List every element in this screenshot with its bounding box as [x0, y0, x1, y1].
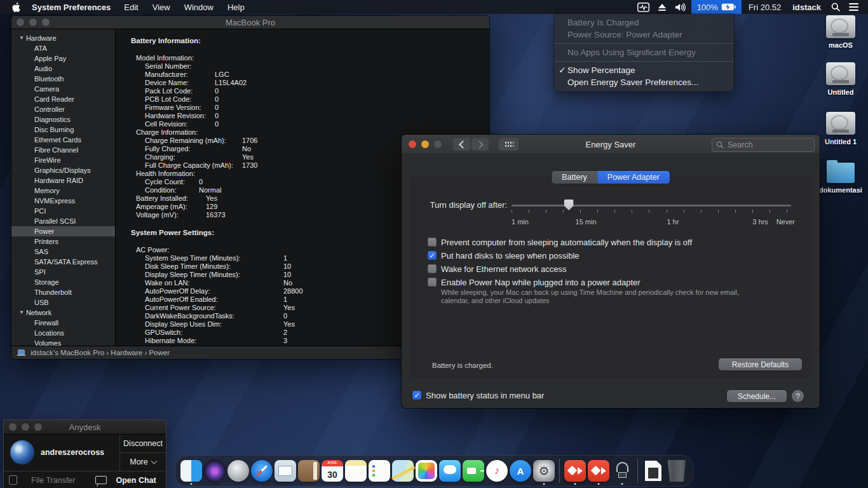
app-menu-title[interactable]: System Preferences — [25, 3, 117, 12]
menu-item[interactable]: Window — [177, 3, 220, 12]
menu-item[interactable]: Edit — [117, 3, 145, 12]
sidebar-item[interactable]: Bluetooth — [11, 74, 115, 84]
sidebar-item[interactable]: Audio — [11, 64, 115, 74]
sidebar-item[interactable]: Power — [11, 226, 115, 236]
app-icon[interactable] — [439, 460, 461, 482]
display-off-slider[interactable] — [512, 197, 791, 219]
checkbox[interactable] — [428, 238, 437, 247]
dock-icon-contacts[interactable] — [298, 460, 320, 482]
dock-icon-document[interactable] — [642, 460, 664, 482]
dock-icon-reminders[interactable] — [369, 460, 390, 482]
app-icon[interactable] — [204, 460, 226, 482]
menu-item[interactable]: Help — [220, 3, 252, 12]
sysinfo-titlebar[interactable]: MacBook Pro — [11, 16, 489, 29]
sidebar-item[interactable]: USB — [11, 297, 115, 308]
dock-icon-appstore[interactable]: A — [510, 460, 531, 482]
file-transfer-button[interactable]: File Transfer — [31, 476, 75, 485]
dock-icon-messages[interactable] — [439, 460, 461, 482]
slider-thumb[interactable] — [564, 200, 574, 210]
app-icon[interactable] — [298, 460, 320, 482]
app-icon[interactable] — [180, 460, 202, 482]
disconnect-button[interactable]: Disconnect — [120, 435, 166, 452]
dock-icon-notes[interactable] — [345, 460, 367, 482]
menu-bar-clock[interactable]: Fri 20.52 — [743, 3, 787, 12]
sidebar-item[interactable]: Diagnostics — [11, 114, 115, 125]
dock-icon-trash[interactable] — [666, 460, 688, 482]
dock-icon-anydesk-2[interactable] — [588, 460, 609, 482]
more-button[interactable]: More — [120, 452, 166, 471]
app-icon[interactable] — [416, 460, 437, 482]
app-icon[interactable] — [645, 461, 661, 481]
sidebar-item[interactable]: Storage — [11, 277, 115, 287]
sidebar-item[interactable]: SATA/SATA Express — [11, 257, 115, 267]
desktop-icon-macos[interactable]: macOS — [816, 15, 865, 49]
app-icon[interactable] — [564, 460, 586, 482]
sidebar-item[interactable]: NVMExpress — [11, 196, 115, 206]
dock-icon-finder[interactable] — [180, 460, 202, 482]
show-percentage-menu-item[interactable]: ✓ Show Percentage — [554, 64, 734, 76]
eject-menu-icon[interactable] — [654, 0, 670, 14]
restore-defaults-button[interactable]: Restore Defaults — [719, 358, 802, 370]
disclosure-triangle-icon[interactable]: ▼ — [19, 308, 24, 318]
dock-icon-system-preferences[interactable]: ⚙ — [533, 460, 555, 482]
sidebar-item[interactable]: Disc Burning — [11, 125, 115, 135]
sidebar-item[interactable]: Printers — [11, 236, 115, 247]
app-icon[interactable] — [666, 460, 688, 482]
dock-icon-anydesk[interactable] — [564, 460, 586, 482]
sidebar-item[interactable]: Firewall — [11, 318, 115, 328]
app-icon[interactable] — [588, 460, 609, 482]
desktop-icon-untitled-1[interactable]: Untitled 1 — [816, 112, 865, 146]
open-energy-saver-menu-item[interactable]: Open Energy Saver Preferences... — [554, 76, 734, 88]
sidebar-item[interactable]: PCI — [11, 206, 115, 216]
sidebar-item[interactable]: Card Reader — [11, 94, 115, 104]
dock-icon-photos[interactable] — [416, 460, 437, 482]
sidebar-item[interactable]: Controller — [11, 104, 115, 114]
zoom-button[interactable] — [434, 140, 442, 148]
app-icon[interactable] — [227, 460, 249, 482]
desktop-icon-image[interactable] — [827, 163, 855, 183]
help-button[interactable]: ? — [792, 390, 804, 402]
show-battery-checkbox[interactable]: ✓ — [412, 391, 421, 400]
fast-user-switching-menu[interactable]: idstack — [787, 3, 827, 12]
app-icon[interactable]: ⚙ — [533, 460, 555, 482]
show-all-button[interactable] — [499, 138, 519, 151]
desktop-icon-untitled[interactable]: Untitled — [816, 62, 865, 96]
desktop-icon-image[interactable] — [826, 112, 855, 135]
dock-icon-chip-utility[interactable] — [611, 460, 633, 482]
sidebar-item[interactable]: SAS — [11, 247, 115, 257]
sidebar-item[interactable]: ATA — [11, 43, 115, 53]
checkbox[interactable] — [428, 264, 437, 273]
desktop-icon-image[interactable] — [826, 62, 855, 85]
dock-icon-calendar[interactable]: AUG 30 — [322, 460, 343, 482]
app-icon[interactable]: AUG 30 — [322, 460, 343, 482]
search-input[interactable] — [726, 140, 810, 150]
dock-icon-itunes[interactable]: ♪ — [486, 460, 508, 482]
anydesk-titlebar[interactable]: Anydesk — [4, 420, 166, 435]
dock-icon-facetime[interactable] — [463, 460, 484, 482]
app-icon[interactable] — [611, 460, 633, 482]
sidebar-item[interactable]: Thunderbolt — [11, 287, 115, 297]
sidebar-item[interactable]: Apple Pay — [11, 53, 115, 64]
tab-segment[interactable]: Power Adapter — [597, 171, 670, 184]
checkbox[interactable] — [428, 278, 437, 287]
app-icon[interactable] — [369, 460, 390, 482]
open-chat-button[interactable]: Open Chat — [116, 476, 156, 485]
slider-track[interactable] — [512, 205, 791, 207]
sidebar-section-header[interactable]: ▼ Network — [11, 308, 115, 318]
sidebar-item[interactable]: Camera — [11, 84, 115, 94]
forward-button[interactable] — [471, 138, 489, 151]
sidebar-item[interactable]: Ethernet Cards — [11, 135, 115, 145]
schedule-button[interactable]: Schedule... — [727, 390, 787, 402]
sidebar-item[interactable]: Parallel SCSI — [11, 216, 115, 226]
tab-segment[interactable]: Battery — [552, 171, 597, 184]
spotlight-menu[interactable] — [827, 0, 844, 14]
sidebar-item[interactable]: SPI — [11, 267, 115, 277]
disclosure-triangle-icon[interactable]: ▼ — [19, 33, 24, 43]
dock-icon-mail[interactable] — [275, 460, 296, 482]
app-icon[interactable] — [251, 460, 273, 482]
anydesk-status-icon[interactable] — [633, 0, 654, 14]
desktop-icon-dokumentasi[interactable]: dokumentasi — [816, 160, 865, 194]
battery-menu-extra[interactable]: 100% — [691, 0, 742, 14]
checkbox[interactable]: ✓ — [428, 251, 437, 260]
back-button[interactable] — [453, 138, 470, 151]
